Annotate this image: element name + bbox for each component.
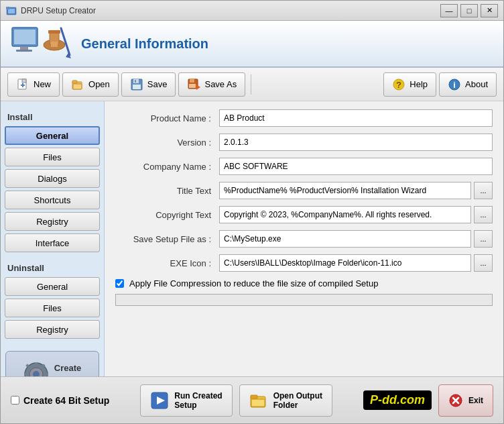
title-text-browse-button[interactable]: ... <box>474 182 493 199</box>
open-icon <box>71 78 84 91</box>
run-setup-icon <box>150 391 169 410</box>
exit-button[interactable]: Exit <box>438 384 493 417</box>
svg-rect-1 <box>8 9 15 13</box>
new-button[interactable]: New <box>7 72 60 97</box>
svg-rect-18 <box>72 81 77 83</box>
sidebar-item-interface[interactable]: Interface <box>5 233 100 252</box>
run-created-setup-button[interactable]: Run Created Setup <box>140 384 232 417</box>
window-title: DRPU Setup Creator <box>21 6 440 15</box>
svg-rect-4 <box>14 30 36 44</box>
svg-rect-10 <box>48 30 60 34</box>
svg-rect-25 <box>190 79 194 83</box>
create-64bit-label[interactable]: Create 64 Bit Setup <box>23 395 109 406</box>
svg-rect-9 <box>51 42 58 47</box>
title-text-input[interactable] <box>219 182 471 199</box>
product-name-label: Product Name : <box>115 113 219 123</box>
svg-rect-5 <box>20 46 28 50</box>
uninstall-section-title: Uninstall <box>7 263 97 273</box>
form-area: Product Name : Version : Company Name : … <box>105 101 503 376</box>
exe-icon-label: EXE Icon : <box>115 258 219 268</box>
sidebar-item-uninstall-files[interactable]: Files <box>5 299 100 317</box>
app-logo <box>11 25 71 62</box>
copyright-text-label: Copyright Text <box>115 210 219 220</box>
install-section-title: Install <box>7 112 97 122</box>
save-setup-browse-button[interactable]: ... <box>474 230 493 248</box>
close-button[interactable]: ✕ <box>481 4 498 17</box>
gear-icon <box>23 362 49 376</box>
copyright-text-browse-button[interactable]: ... <box>474 206 493 223</box>
sidebar: Install General Files Dialogs Shortcuts … <box>1 101 105 376</box>
header-title: General Information <box>81 36 208 52</box>
product-name-row: Product Name : <box>115 109 493 127</box>
svg-marker-27 <box>196 85 200 90</box>
svg-rect-19 <box>73 84 82 89</box>
title-text-row: Title Text ... <box>115 182 493 199</box>
header: General Information <box>1 21 503 68</box>
maximize-button[interactable]: □ <box>460 4 478 17</box>
save-icon <box>130 78 143 91</box>
product-name-input[interactable] <box>219 109 493 127</box>
sidebar-item-shortcuts[interactable]: Shortcuts <box>5 191 100 209</box>
svg-text:?: ? <box>396 80 401 90</box>
svg-rect-38 <box>44 373 48 376</box>
toolbar: New Open Save <box>1 68 503 101</box>
title-text-label: Title Text <box>115 186 219 196</box>
compression-label[interactable]: Apply File Compression to reduce the fil… <box>129 278 378 288</box>
about-icon: i <box>448 78 461 91</box>
copyright-text-input[interactable] <box>219 206 471 223</box>
version-row: Version : <box>115 134 493 151</box>
exe-icon-input[interactable] <box>219 254 471 272</box>
sidebar-item-uninstall-registry[interactable]: Registry <box>5 320 100 339</box>
create-setup-button[interactable]: Create Setup <box>5 351 99 376</box>
main-content: Install General Files Dialogs Shortcuts … <box>1 101 503 376</box>
company-name-label: Company Name : <box>115 162 219 172</box>
window-controls: — □ ✕ <box>440 4 498 17</box>
progress-bar <box>115 294 493 306</box>
svg-rect-14 <box>22 79 26 83</box>
help-button[interactable]: ? Help <box>383 72 436 97</box>
open-output-folder-button[interactable]: Open Output Folder <box>239 384 332 417</box>
compression-checkbox[interactable] <box>115 279 124 288</box>
sidebar-item-files[interactable]: Files <box>5 148 100 166</box>
help-icon: ? <box>392 78 405 91</box>
create-setup-text: Create Setup <box>54 363 81 376</box>
title-bar: DRPU Setup Creator — □ ✕ <box>1 1 503 21</box>
create-64bit-checkbox[interactable] <box>11 396 19 405</box>
sidebar-item-general[interactable]: General <box>5 126 100 145</box>
save-as-icon <box>187 78 200 91</box>
main-window: DRPU Setup Creator — □ ✕ <box>0 0 504 424</box>
sidebar-item-registry[interactable]: Registry <box>5 212 100 231</box>
save-button[interactable]: Save <box>121 72 176 97</box>
about-button[interactable]: i About <box>439 72 497 97</box>
app-icon <box>6 5 17 16</box>
open-button[interactable]: Open <box>62 72 119 97</box>
create-setup-container: Create Setup <box>5 351 100 376</box>
svg-rect-47 <box>251 399 265 407</box>
svg-rect-6 <box>16 50 32 52</box>
sidebar-item-uninstall-general[interactable]: General <box>5 277 100 296</box>
minimize-button[interactable]: — <box>440 4 458 17</box>
exe-icon-row: EXE Icon : ... <box>115 254 493 272</box>
svg-rect-46 <box>251 395 257 399</box>
version-input[interactable] <box>219 134 493 151</box>
pdd-logo: P-dd.com <box>363 390 432 410</box>
version-label: Version : <box>115 138 219 148</box>
exe-icon-browse-button[interactable]: ... <box>474 254 493 272</box>
svg-rect-2 <box>6 7 10 9</box>
save-setup-label: Save Setup File as : <box>115 234 219 244</box>
toolbar-right: ? Help i About <box>383 72 497 97</box>
svg-rect-22 <box>133 85 141 89</box>
svg-rect-23 <box>135 80 136 83</box>
save-as-button[interactable]: Save As <box>178 72 245 97</box>
svg-text:i: i <box>453 80 456 90</box>
company-name-input[interactable] <box>219 158 493 175</box>
sidebar-item-dialogs[interactable]: Dialogs <box>5 169 100 188</box>
svg-rect-26 <box>189 84 196 88</box>
company-name-row: Company Name : <box>115 158 493 175</box>
create-64bit-container: Create 64 Bit Setup <box>11 395 109 406</box>
toolbar-separator <box>251 74 251 95</box>
save-setup-input[interactable] <box>219 230 471 248</box>
copyright-text-row: Copyright Text ... <box>115 206 493 223</box>
save-setup-row: Save Setup File as : ... <box>115 230 493 248</box>
svg-rect-35 <box>35 362 38 366</box>
